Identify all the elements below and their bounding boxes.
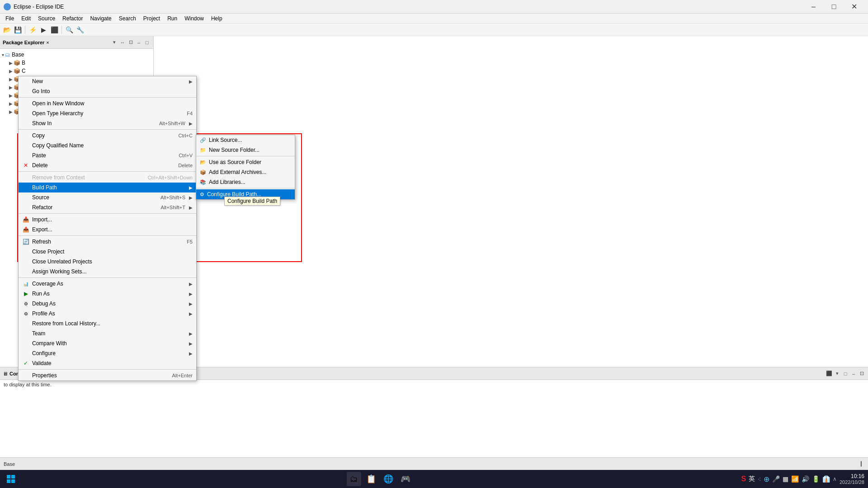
ctx-export[interactable]: 📤 Export...: [19, 225, 196, 235]
console-panel-icon-2[interactable]: ▾: [834, 370, 841, 377]
maximize-button[interactable]: □: [824, 0, 844, 14]
ctx-remove-from-context[interactable]: Remove from Context Ctrl+Alt+Shift+Down: [19, 173, 196, 183]
menu-project[interactable]: Project: [140, 14, 164, 23]
properties-icon: [22, 372, 29, 379]
ctx-source[interactable]: Source Alt+Shift+S ▶: [19, 192, 196, 202]
menu-refactor[interactable]: Refactor: [59, 14, 86, 23]
taskbar-sys-icon-grid: ▦: [783, 475, 788, 483]
toolbar-btn-5[interactable]: ⬛: [49, 25, 59, 35]
tree-item-b[interactable]: ▶ 📦 B: [0, 59, 153, 67]
console-panel-icon-1[interactable]: ⬛: [826, 370, 833, 377]
toolbar-btn-1[interactable]: 📂: [2, 25, 12, 35]
menu-search[interactable]: Search: [115, 14, 140, 23]
panel-header-left: Package Explorer ×: [3, 40, 49, 45]
tree-item-base[interactable]: ▾ 🗂 Base: [0, 51, 153, 59]
ctx-close-unrelated-projects[interactable]: Close Unrelated Projects: [19, 257, 196, 267]
panel-icon-3[interactable]: ⊡: [127, 39, 134, 46]
bp-use-as-source-folder[interactable]: 📂 Use as Source Folder: [196, 157, 295, 167]
console-panel-icon-3[interactable]: □: [842, 370, 849, 377]
export-icon: 📤: [22, 226, 29, 233]
taskbar-time: 10:16: [840, 473, 864, 479]
ctx-team[interactable]: Team ▶: [19, 328, 196, 338]
bp-add-libraries[interactable]: 📚 Add Libraries...: [196, 177, 295, 187]
ctx-assign-working-sets[interactable]: Assign Working Sets...: [19, 267, 196, 277]
ctx-coverage-as-arrow: ▶: [189, 282, 193, 286]
close-button[interactable]: ✕: [844, 0, 864, 14]
taskbar-app-2[interactable]: 📋: [364, 472, 378, 486]
taskbar-app-4[interactable]: 🎮: [398, 472, 413, 486]
ctx-validate[interactable]: ✓ Validate: [19, 358, 196, 368]
ctx-sep-2: [19, 129, 196, 130]
title-bar-left: Eclipse - Eclipse IDE: [4, 3, 64, 10]
menu-file[interactable]: File: [2, 14, 18, 23]
toolbar-btn-3[interactable]: ⚡: [28, 25, 38, 35]
compare-with-icon: [22, 340, 29, 347]
ctx-open-type-hierarchy-shortcut: F4: [187, 111, 193, 116]
ctx-refactor-arrow: ▶: [189, 205, 193, 210]
link-source-icon: 🔗: [200, 137, 206, 143]
ctx-copy-qualified-name[interactable]: Copy Qualified Name: [19, 141, 196, 150]
ctx-refresh-shortcut: F5: [187, 239, 193, 244]
ctx-refresh[interactable]: 🔄 Refresh F5: [19, 237, 196, 247]
status-right: ▎: [861, 461, 864, 466]
ctx-refactor[interactable]: Refactor Alt+Shift+T ▶: [19, 202, 196, 212]
ctx-import[interactable]: 📥 Import...: [19, 215, 196, 225]
console-panel-icon-5[interactable]: ⊡: [858, 370, 865, 377]
menu-navigate[interactable]: Navigate: [86, 14, 115, 23]
panel-icon-2[interactable]: ↔: [119, 39, 126, 46]
toolbar-sep-2: [61, 26, 62, 34]
start-button[interactable]: [4, 472, 18, 486]
ctx-build-path[interactable]: Build Path ▶: [19, 183, 196, 192]
menu-source[interactable]: Source: [34, 14, 59, 23]
package-explorer-close[interactable]: ×: [46, 40, 49, 45]
ctx-debug-as[interactable]: ⚙ Debug As ▶: [19, 299, 196, 309]
ctx-new[interactable]: New ▶: [19, 76, 196, 86]
ctx-show-in[interactable]: Show In Alt+Shift+W ▶: [19, 118, 196, 128]
menu-edit[interactable]: Edit: [18, 14, 34, 23]
team-icon: [22, 330, 29, 337]
taskbar-clock: 10:16 2022/10/28: [840, 473, 864, 485]
panel-icon-4[interactable]: –: [135, 39, 142, 46]
ctx-restore-from-local-history[interactable]: Restore from Local History...: [19, 319, 196, 328]
toolbar-btn-7[interactable]: 🔧: [75, 25, 85, 35]
ctx-configure[interactable]: Configure ▶: [19, 348, 196, 358]
ctx-compare-with[interactable]: Compare With ▶: [19, 338, 196, 348]
panel-icon-5[interactable]: □: [143, 39, 151, 46]
ctx-delete[interactable]: ✕ Delete Delete: [19, 160, 196, 170]
ctx-coverage-as[interactable]: 📊 Coverage As ▶: [19, 279, 196, 289]
ctx-paste[interactable]: Paste Ctrl+V: [19, 150, 196, 160]
menu-window[interactable]: Window: [181, 14, 208, 23]
toolbar-btn-4[interactable]: ▶: [38, 25, 48, 35]
taskbar-app-file-manager[interactable]: 🗂: [347, 472, 361, 486]
ctx-open-new-window[interactable]: Open in New Window: [19, 99, 196, 108]
ctx-profile-as[interactable]: ⚙ Profile As ▶: [19, 309, 196, 319]
panel-header: Package Explorer × ▾ ↔ ⊡ – □: [0, 36, 153, 49]
ctx-paste-shortcut: Ctrl+V: [179, 153, 193, 158]
tree-item-c1[interactable]: ▶ 📦 C: [0, 67, 153, 75]
toolbar-btn-6[interactable]: 🔍: [64, 25, 74, 35]
panel-icon-1[interactable]: ▾: [111, 39, 118, 46]
package-explorer-label[interactable]: Package Explorer: [3, 40, 44, 45]
ctx-compare-with-arrow: ▶: [189, 341, 193, 346]
ctx-open-type-hierarchy[interactable]: Open Type Hierarchy F4: [19, 108, 196, 118]
bp-link-source[interactable]: 🔗 Link Source...: [196, 135, 295, 145]
ctx-sep-5: [19, 235, 196, 236]
taskbar-expand-icon[interactable]: ∧: [833, 476, 837, 482]
menu-help[interactable]: Help: [208, 14, 226, 23]
configure-build-path-tooltip: Configure Build Path: [224, 197, 280, 206]
minimize-button[interactable]: –: [803, 0, 824, 14]
console-panel-icon-4[interactable]: –: [850, 370, 857, 377]
ctx-run-as[interactable]: ▶ Run As ▶: [19, 289, 196, 299]
taskbar-app-browser[interactable]: 🌐: [381, 472, 396, 486]
taskbar-date: 2022/10/28: [840, 479, 864, 485]
toolbar-btn-2[interactable]: 💾: [13, 25, 23, 35]
menu-run[interactable]: Run: [164, 14, 181, 23]
ctx-close-project[interactable]: Close Project: [19, 247, 196, 257]
bp-new-source-folder[interactable]: 📁 New Source Folder...: [196, 145, 295, 155]
ctx-properties[interactable]: Properties Alt+Enter: [19, 371, 196, 380]
ctx-copy[interactable]: Copy Ctrl+C: [19, 131, 196, 141]
ctx-go-into[interactable]: Go Into: [19, 86, 196, 96]
arrow-icon-c1: ▶: [9, 69, 13, 74]
bp-add-external-archives[interactable]: 📦 Add External Archives...: [196, 167, 295, 177]
show-in-icon: [22, 120, 29, 127]
